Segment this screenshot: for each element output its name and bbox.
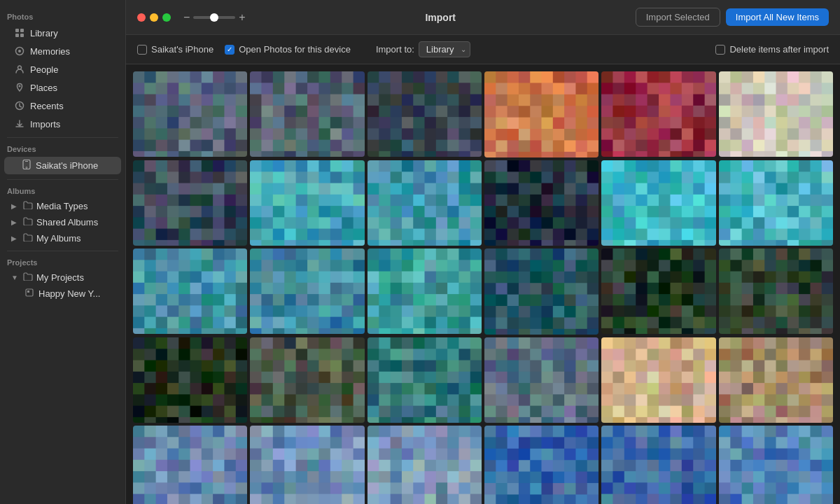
photo-cell[interactable] <box>133 71 247 157</box>
photo-cell[interactable] <box>368 248 482 334</box>
devices-section-header: Devices <box>0 142 125 156</box>
open-photos-label: Open Photos for this device <box>239 44 351 55</box>
divider-1 <box>7 137 118 138</box>
device-checkbox[interactable] <box>137 45 147 55</box>
photo-cell[interactable] <box>368 426 482 504</box>
delete-after-checkbox[interactable] <box>715 45 725 55</box>
device-name-label: Saikat's iPhone <box>36 160 98 171</box>
photo-cell[interactable] <box>484 71 598 158</box>
photo-cell[interactable] <box>133 337 247 423</box>
import-to-group: Import to: Library ⌄ <box>376 41 470 57</box>
photo-cell[interactable] <box>719 337 833 423</box>
svg-point-7 <box>19 85 21 88</box>
photo-cell[interactable] <box>133 426 247 504</box>
open-photos-group: ✓ Open Photos for this device <box>225 44 351 55</box>
import-options-bar: Saikat's iPhone ✓ Open Photos for this d… <box>126 35 840 64</box>
import-to-select-wrap[interactable]: Library ⌄ <box>419 41 470 57</box>
photo-cell[interactable] <box>719 426 833 504</box>
photo-grid <box>133 71 833 504</box>
people-label: People <box>30 64 58 75</box>
sidebar-item-imports[interactable]: Imports <box>4 115 121 132</box>
zoom-out-button[interactable]: − <box>183 11 190 24</box>
sidebar-item-media-types[interactable]: ▶ Media Types <box>4 199 121 214</box>
import-to-label: Import to: <box>376 44 414 55</box>
memories-label: Memories <box>30 46 70 57</box>
sidebar-item-library[interactable]: Library <box>4 24 121 41</box>
close-button[interactable] <box>137 13 146 22</box>
photo-cell[interactable] <box>601 426 715 504</box>
sidebar-item-my-projects[interactable]: ▼ My Projects <box>4 270 121 285</box>
places-icon <box>14 82 25 93</box>
photo-grid-container[interactable] <box>126 64 840 504</box>
import-to-value: Library <box>419 41 470 57</box>
sidebar-item-people[interactable]: People <box>4 61 121 78</box>
sidebar-item-memories[interactable]: Memories <box>4 43 121 59</box>
photos-section-header: Photos <box>0 7 125 24</box>
maximize-button[interactable] <box>162 13 171 22</box>
zoom-slider-group: − + <box>183 11 246 24</box>
main-content: − + Import Import Selected Import All Ne… <box>126 0 840 504</box>
iphone-icon <box>22 160 31 172</box>
photo-cell[interactable] <box>601 337 715 423</box>
chevron-right-icon-3: ▶ <box>11 234 20 242</box>
my-projects-label: My Projects <box>36 272 84 283</box>
sidebar-item-shared-albums[interactable]: ▶ Shared Albums <box>4 215 121 230</box>
zoom-thumb <box>210 13 218 22</box>
memories-icon <box>14 46 25 57</box>
minimize-button[interactable] <box>150 13 158 22</box>
photo-cell[interactable] <box>368 71 482 157</box>
photo-cell[interactable] <box>601 71 715 157</box>
svg-rect-3 <box>20 34 24 37</box>
topbar: − + Import Import Selected Import All Ne… <box>126 0 840 35</box>
svg-point-5 <box>18 50 21 52</box>
folder-icon-4 <box>23 272 33 283</box>
svg-rect-0 <box>15 29 19 32</box>
photo-cell[interactable] <box>484 160 598 246</box>
import-all-button[interactable]: Import All New Items <box>726 8 829 26</box>
photo-cell[interactable] <box>250 426 364 504</box>
library-icon <box>14 27 25 38</box>
zoom-track[interactable] <box>193 16 235 19</box>
sidebar-item-recents[interactable]: Recents <box>4 97 121 114</box>
imports-icon <box>14 118 25 130</box>
photo-cell[interactable] <box>484 248 598 335</box>
delete-after-group: Delete items after import <box>715 44 829 55</box>
divider-3 <box>7 251 118 251</box>
photo-cell[interactable] <box>368 160 482 246</box>
photo-cell[interactable] <box>719 71 833 157</box>
photo-cell[interactable] <box>133 248 247 334</box>
sidebar-item-saikats-iphone[interactable]: Saikat's iPhone <box>4 157 121 174</box>
photo-cell[interactable] <box>601 160 715 246</box>
photo-cell[interactable] <box>250 160 364 246</box>
sidebar-item-my-albums[interactable]: ▶ My Albums <box>4 231 121 246</box>
project-icon <box>25 288 34 299</box>
photo-cell[interactable] <box>250 337 364 423</box>
places-label: Places <box>30 83 57 93</box>
device-name-check-label: Saikat's iPhone <box>151 44 214 55</box>
import-selected-button[interactable]: Import Selected <box>636 8 720 27</box>
photo-cell[interactable] <box>250 71 364 157</box>
photo-cell[interactable] <box>484 426 598 504</box>
svg-rect-13 <box>27 290 29 293</box>
shared-albums-label: Shared Albums <box>36 217 98 227</box>
photo-cell[interactable] <box>484 337 598 424</box>
sidebar-item-happy-new[interactable]: Happy New Y... <box>4 286 121 301</box>
photo-cell[interactable] <box>250 248 364 334</box>
recents-label: Recents <box>30 101 64 111</box>
people-icon <box>14 64 25 75</box>
albums-section-header: Albums <box>0 184 125 198</box>
media-types-label: Media Types <box>36 201 88 211</box>
open-photos-checkbox[interactable]: ✓ <box>225 45 234 55</box>
photo-cell[interactable] <box>719 248 833 334</box>
happy-new-label: Happy New Y... <box>38 288 100 299</box>
photo-cell[interactable] <box>601 248 715 334</box>
zoom-in-button[interactable]: + <box>239 11 245 24</box>
folder-icon-2 <box>23 217 33 227</box>
chevron-down-icon: ▼ <box>11 274 20 281</box>
photo-cell[interactable] <box>719 160 833 246</box>
projects-section-header: Projects <box>0 255 125 270</box>
photo-cell[interactable] <box>368 337 482 423</box>
photo-cell[interactable] <box>133 160 247 246</box>
sidebar-item-places[interactable]: Places <box>4 79 121 96</box>
chevron-right-icon: ▶ <box>11 202 20 210</box>
